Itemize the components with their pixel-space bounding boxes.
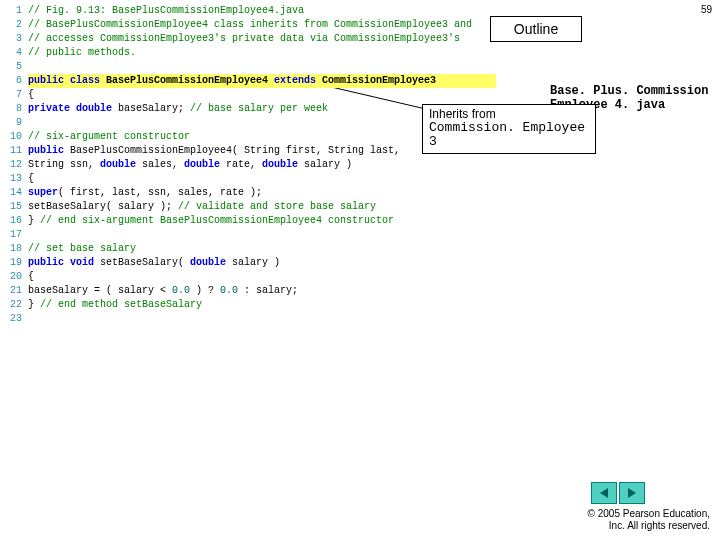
line-number: 18 xyxy=(4,242,28,256)
code-line: 8 private double baseSalary; // base sal… xyxy=(4,102,544,116)
code-line: 17 xyxy=(4,228,544,242)
code-line: 1// Fig. 9.13: BasePlusCommissionEmploye… xyxy=(4,4,544,18)
code-line: 12 String ssn, double sales, double rate… xyxy=(4,158,544,172)
prev-icon xyxy=(598,487,610,499)
code-line: 7{ xyxy=(4,88,544,102)
code-content: // public methods. xyxy=(28,46,136,60)
code-line: 11 public BasePlusCommissionEmployee4( S… xyxy=(4,144,544,158)
code-line: 22 } // end method setBaseSalary xyxy=(4,298,544,312)
line-number: 20 xyxy=(4,270,28,284)
code-content: setBaseSalary( salary ); // validate and… xyxy=(28,200,376,214)
code-content: private double baseSalary; // base salar… xyxy=(28,102,328,116)
line-number: 3 xyxy=(4,32,28,46)
code-content: { xyxy=(28,88,34,102)
code-line: 10 // six-argument constructor xyxy=(4,130,544,144)
code-content: // six-argument constructor xyxy=(28,130,190,144)
code-line: 15 setBaseSalary( salary ); // validate … xyxy=(4,200,544,214)
code-content: public class BasePlusCommissionEmployee4… xyxy=(28,74,496,88)
code-content: // Fig. 9.13: BasePlusCommissionEmployee… xyxy=(28,4,304,18)
line-number: 9 xyxy=(4,116,28,130)
line-number: 23 xyxy=(4,312,28,326)
line-number: 7 xyxy=(4,88,28,102)
page-number: 59 xyxy=(701,4,712,15)
code-line: 14 super( first, last, ssn, sales, rate … xyxy=(4,186,544,200)
line-number: 5 xyxy=(4,60,28,74)
code-line: 6public class BasePlusCommissionEmployee… xyxy=(4,74,544,88)
code-content: baseSalary = ( salary < 0.0 ) ? 0.0 : sa… xyxy=(28,284,298,298)
svg-marker-2 xyxy=(600,488,608,498)
svg-marker-3 xyxy=(628,488,636,498)
line-number: 6 xyxy=(4,74,28,88)
code-content: public void setBaseSalary( double salary… xyxy=(28,256,280,270)
line-number: 16 xyxy=(4,214,28,228)
code-content xyxy=(28,116,34,130)
next-icon xyxy=(626,487,638,499)
footer-line2: Inc. All rights reserved. xyxy=(609,520,710,531)
code-content: String ssn, double sales, double rate, d… xyxy=(28,158,352,172)
code-content: // accesses CommissionEmployee3's privat… xyxy=(28,32,460,46)
code-content: } // end method setBaseSalary xyxy=(28,298,202,312)
line-number: 8 xyxy=(4,102,28,116)
footer-line1: © 2005 Pearson Education, xyxy=(588,508,710,519)
code-content xyxy=(28,312,34,326)
code-content: { xyxy=(28,172,34,186)
prev-button[interactable] xyxy=(591,482,617,504)
line-number: 14 xyxy=(4,186,28,200)
file-title-line1: Base. Plus. Commission xyxy=(550,84,708,98)
code-line: 20 { xyxy=(4,270,544,284)
code-line: 16 } // end six-argument BasePlusCommiss… xyxy=(4,214,544,228)
code-line: 13 { xyxy=(4,172,544,186)
copyright-footer: © 2005 Pearson Education, Inc. All right… xyxy=(588,508,710,532)
line-number: 12 xyxy=(4,158,28,172)
code-line: 19 public void setBaseSalary( double sal… xyxy=(4,256,544,270)
code-content: // BasePlusCommissionEmployee4 class inh… xyxy=(28,18,472,32)
line-number: 11 xyxy=(4,144,28,158)
code-line: 9 xyxy=(4,116,544,130)
code-content xyxy=(28,60,34,74)
code-content: // set base salary xyxy=(28,242,136,256)
next-button[interactable] xyxy=(619,482,645,504)
code-line: 5 xyxy=(4,60,544,74)
line-number: 10 xyxy=(4,130,28,144)
line-number: 13 xyxy=(4,172,28,186)
code-line: 23 xyxy=(4,312,544,326)
line-number: 17 xyxy=(4,228,28,242)
nav-buttons xyxy=(591,482,645,504)
code-content xyxy=(28,228,34,242)
line-number: 2 xyxy=(4,18,28,32)
line-number: 15 xyxy=(4,200,28,214)
code-line: 4// public methods. xyxy=(4,46,544,60)
line-number: 4 xyxy=(4,46,28,60)
line-number: 1 xyxy=(4,4,28,18)
code-line: 3// accesses CommissionEmployee3's priva… xyxy=(4,32,544,46)
line-number: 19 xyxy=(4,256,28,270)
line-number: 22 xyxy=(4,298,28,312)
code-line: 21 baseSalary = ( salary < 0.0 ) ? 0.0 :… xyxy=(4,284,544,298)
code-listing: 1// Fig. 9.13: BasePlusCommissionEmploye… xyxy=(4,4,544,326)
code-line: 2// BasePlusCommissionEmployee4 class in… xyxy=(4,18,544,32)
code-content: { xyxy=(28,270,34,284)
code-content: super( first, last, ssn, sales, rate ); xyxy=(28,186,262,200)
code-content: } // end six-argument BasePlusCommission… xyxy=(28,214,394,228)
code-content: public BasePlusCommissionEmployee4( Stri… xyxy=(28,144,400,158)
code-line: 18 // set base salary xyxy=(4,242,544,256)
line-number: 21 xyxy=(4,284,28,298)
